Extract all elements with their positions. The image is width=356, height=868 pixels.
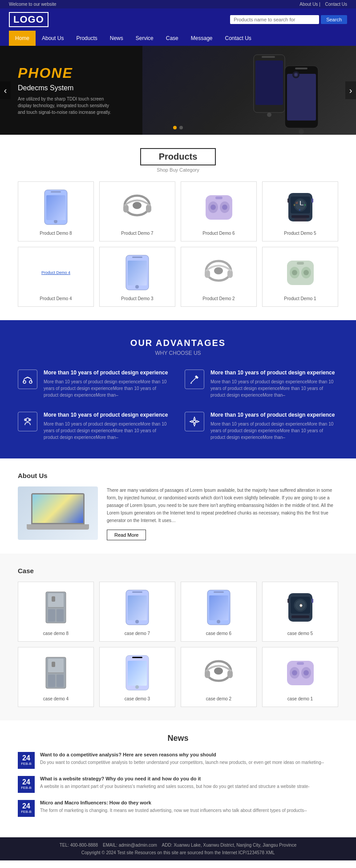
product-card-5[interactable]: 12 3 6 9 Product Demo 5 [262,181,338,241]
about-content: There are many variations of passages of… [18,486,338,540]
hero-dot-1[interactable] [173,126,177,129]
about-heading: About Us [18,472,338,479]
search-input[interactable] [230,15,319,24]
advantage-title-4: More than 10 years of product design exp… [210,412,338,418]
contact-link[interactable]: Contact Us [325,2,347,7]
about-link[interactable]: About Us [299,2,318,7]
product-name-1: Product Demo 1 [268,296,332,301]
news-desc-2: A website is an important part of your b… [40,783,310,790]
case-card-3[interactable]: case demo 3 [99,647,175,707]
case-img-2 [186,653,251,693]
svg-rect-25 [215,197,222,199]
case-card-2[interactable]: case demo 2 [181,647,257,707]
news-month-3: FEB-B [20,810,33,814]
svg-point-43 [135,285,139,289]
hero-subtitle: Dedecms System [18,84,116,92]
svg-rect-91 [128,661,147,686]
news-date-2: 24 FEB-B [18,776,35,793]
svg-point-14 [54,220,57,223]
news-item-3: 24 FEB-B Micro and Macro Influencers: Ho… [18,800,338,817]
svg-point-10 [295,73,297,76]
nav-home[interactable]: Home [9,31,36,46]
read-more-button[interactable]: Read More [107,530,146,540]
about-image [18,486,98,540]
nav-case[interactable]: Case [160,31,185,46]
case-card-7[interactable]: case demo 7 [99,582,175,642]
product-card-8[interactable]: Product Demo 8 [18,181,94,241]
case-name-7: case demo 7 [105,631,170,636]
case-grid: case demo 8 case demo 7 [18,582,338,707]
hero-dot-2[interactable] [179,126,183,129]
svg-rect-81 [287,599,289,603]
svg-point-102 [303,670,309,675]
svg-point-24 [222,205,227,210]
nav-contact[interactable]: Contact Us [218,31,257,46]
news-section: News 24 FEB-B Want to do a competitive a… [0,720,356,837]
case-card-8[interactable]: case demo 8 [18,582,94,642]
search-bar: Search [230,15,347,24]
hero-phone-image [249,52,320,135]
case-section: Case case demo 8 [0,554,356,720]
advantages-section: OUR ADVANTAGES WHY CHOOSE US More than 1… [0,320,356,458]
product-img-7 [105,187,170,227]
product-card-4[interactable]: Product Demo 4 Product Demo 4 [18,247,94,307]
case-img-7 [105,587,170,627]
news-title-2[interactable]: What is a website strategy? Why do you n… [40,776,310,781]
logo: LOGO [9,12,49,27]
nav-news[interactable]: News [104,31,129,46]
svg-rect-38 [291,215,309,218]
case-card-6[interactable]: case demo 6 [181,582,257,642]
hero-prev-arrow[interactable]: ‹ [0,81,11,99]
product-img-3 [105,253,170,293]
news-date-1: 24 FEB-B [18,752,35,769]
product-card-3[interactable]: Product Demo 3 [99,247,175,307]
case-card-1[interactable]: case demo 1 [262,647,338,707]
product-img-4: Product Demo 4 [24,253,88,293]
svg-rect-6 [295,68,307,69]
svg-rect-39 [294,218,307,221]
advantage-text-4: More than 10 years of product design exp… [210,412,338,441]
svg-rect-96 [227,670,233,678]
nav-message[interactable]: Message [185,31,219,46]
advantage-text-3: More than 10 years of product design exp… [44,412,171,441]
svg-rect-74 [214,591,224,593]
advantage-text-2: More than 10 years of product design exp… [210,370,338,398]
svg-rect-13 [51,191,61,193]
news-content-1: Want to do a competitive analysis? Here … [40,752,324,766]
svg-rect-82 [312,599,313,603]
about-text: There are many variations of passages of… [107,486,338,540]
case-card-4[interactable]: case demo 4 [18,647,94,707]
svg-rect-86 [48,675,55,687]
case-img-8 [24,587,88,627]
case-name-4: case demo 4 [24,696,88,701]
news-item-1: 24 FEB-B Want to do a competitive analys… [18,752,338,769]
product-card-6[interactable]: Product Demo 6 [181,181,257,241]
nav-products[interactable]: Products [70,31,103,46]
news-day-1: 24 [20,755,33,762]
svg-point-19 [133,202,142,209]
svg-point-47 [214,267,223,274]
case-img-3 [105,653,170,693]
case-img-6 [186,587,251,627]
advantages-subtitle: WHY CHOOSE US [18,350,338,356]
news-title-3[interactable]: Micro and Macro Influencers: How do they… [40,800,307,805]
news-content-2: What is a website strategy? Why do you n… [40,776,310,790]
product-card-7[interactable]: Product Demo 7 [99,181,175,241]
nav-service[interactable]: Service [129,31,160,46]
hero-next-arrow[interactable]: › [345,81,356,99]
product-card-1[interactable]: Product Demo 1 [262,247,338,307]
case-card-5[interactable]: ⌚ case demo 5 [262,582,338,642]
news-title-1[interactable]: Want to do a competitive analysis? Here … [40,752,324,757]
svg-rect-63 [48,593,64,607]
case-name-3: case demo 3 [105,696,170,701]
nav-about[interactable]: About Us [36,31,70,46]
svg-point-51 [292,270,297,275]
svg-rect-17 [123,205,129,213]
svg-point-52 [303,270,309,275]
svg-rect-73 [209,595,228,620]
search-button[interactable]: Search [321,15,347,24]
advantage-desc-3: More than 10 years of product design exp… [44,421,171,441]
product-card-2[interactable]: Product Demo 2 [181,247,257,307]
svg-point-93 [135,685,139,689]
case-img-4 [24,653,88,693]
